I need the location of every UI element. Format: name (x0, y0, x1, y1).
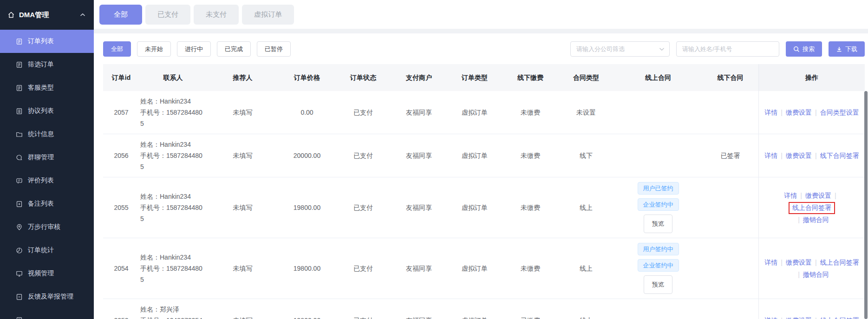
price-cell: 20000.00 (279, 145, 335, 166)
sidebar-item-备注列表[interactable]: 备注列表 (0, 192, 94, 215)
sidebar-item-label: 订单列表 (28, 37, 54, 46)
table-header-row: 订单id联系人推荐人订单价格订单状态支付商户订单类型线下缴费合同类型线上合同线下… (103, 64, 865, 91)
sidebar-item-反馈及举报管理[interactable]: 反馈及举报管理 (0, 285, 94, 308)
sidebar-item-群聊管理[interactable]: 群聊管理 (0, 146, 94, 169)
search-controls: 请输入分公司筛选 搜索 (570, 41, 865, 57)
action-link-合同类型设置[interactable]: 合同类型设置 (820, 109, 859, 116)
download-button[interactable]: 下载 (829, 41, 865, 57)
action-link-撤销合同[interactable]: 撤销合同 (803, 271, 829, 278)
action-link-线上合同签署-highlighted[interactable]: 线上合同签署 (789, 202, 835, 214)
company-filter-placeholder: 请输入分公司筛选 (576, 45, 625, 53)
sidebar-item-partial[interactable] (0, 308, 94, 319)
app-window: DMA管理 订单列表筛选订单客服类型协议列表统计信息群聊管理评价列表备注列表万步… (0, 0, 868, 319)
online-contract-cell: 用户签约中企业签约中预览 (614, 238, 702, 299)
contract-type-cell: 线上 (558, 310, 614, 319)
action-link-缴费设置[interactable]: 缴费设置 (805, 192, 831, 199)
sidebar-item-label: 群聊管理 (28, 153, 54, 162)
sidebar-item-视频管理[interactable]: 视频管理 (0, 262, 94, 285)
sidebar-item-客服类型[interactable]: 客服类型 (0, 76, 94, 99)
action-link-线上合同签署[interactable]: 线上合同签署 (820, 259, 859, 266)
actions-cell: 详情|缴费设置|线上合同签署|撤销合同 (758, 238, 865, 299)
action-link-详情[interactable]: 详情 (764, 152, 777, 159)
action-link-详情[interactable]: 详情 (784, 192, 797, 199)
tab-虚拟订单[interactable]: 虚拟订单 (242, 5, 294, 25)
contact-cell: 姓名：Hankin234手机号：15872844805 (139, 247, 207, 290)
name-phone-input[interactable] (676, 41, 779, 57)
search-button[interactable]: 搜索 (786, 41, 822, 57)
sidebar-item-筛选订单[interactable]: 筛选订单 (0, 53, 94, 76)
online-contract-cell: 用户已签约企业签约中预览 (614, 177, 702, 238)
tab-全部[interactable]: 全部 (99, 5, 142, 25)
company-filter-select[interactable]: 请输入分公司筛选 (570, 41, 670, 57)
contact-line: 手机号：1348072354 (140, 315, 204, 319)
action-link-缴费设置[interactable]: 缴费设置 (786, 152, 812, 159)
chevron-up-icon[interactable] (80, 13, 85, 17)
action-link-线上合同签署[interactable]: 线上合同签署 (820, 317, 859, 319)
search-button-label: 搜索 (803, 45, 815, 53)
filter-button-已暂停[interactable]: 已暂停 (257, 41, 291, 57)
action-separator: | (815, 259, 817, 266)
preview-button[interactable]: 预览 (644, 215, 672, 233)
action-link-缴费设置[interactable]: 缴费设置 (786, 317, 812, 319)
contact-cell: 姓名：Hankin234手机号：15872844805 (139, 134, 207, 177)
filter-button-进行中[interactable]: 进行中 (177, 41, 211, 57)
doc-text-icon (16, 38, 23, 45)
preview-button[interactable]: 预览 (644, 275, 672, 294)
action-link-缴费设置[interactable]: 缴费设置 (786, 259, 812, 266)
contact-line: 手机号：1587284480 (140, 202, 204, 213)
sidebar-item-label: 统计信息 (28, 130, 54, 138)
filter-button-已完成[interactable]: 已完成 (217, 41, 251, 57)
action-link-详情[interactable]: 详情 (764, 109, 777, 116)
section-divider (94, 29, 868, 33)
sidebar-item-label: 评价列表 (28, 176, 54, 185)
action-link-线下合同签署[interactable]: 线下合同签署 (820, 152, 859, 159)
column-header-推荐人: 推荐人 (207, 67, 279, 88)
action-separator: | (815, 317, 817, 319)
contact-line: 姓名：Hankin234 (140, 96, 204, 107)
comment-icon (16, 177, 23, 184)
order-type-cell: 虚拟订单 (447, 102, 503, 123)
sidebar-item-订单列表[interactable]: 订单列表 (0, 30, 94, 53)
status-cell: 已支付 (335, 258, 391, 279)
sidebar-header[interactable]: DMA管理 (0, 0, 94, 30)
order-id-cell: 2055 (103, 197, 139, 218)
action-link-详情[interactable]: 详情 (764, 317, 777, 319)
status-badge-企业签约中: 企业签约中 (638, 198, 679, 211)
sidebar-item-评价列表[interactable]: 评价列表 (0, 169, 94, 192)
order-type-cell: 虚拟订单 (447, 145, 503, 166)
doc-text-icon (16, 317, 23, 319)
table-body: 2057姓名：Hankin234手机号：15872844805未填写0.00已支… (103, 91, 865, 319)
order-type-cell: 虚拟订单 (447, 258, 503, 279)
action-link-撤销合同[interactable]: 撤销合同 (803, 216, 829, 223)
merchant-cell: 友福同享 (391, 102, 447, 123)
referrer-cell: 未填写 (207, 145, 279, 166)
sidebar-item-协议列表[interactable]: 协议列表 (0, 99, 94, 123)
table-row: 2055姓名：Hankin234手机号：15872844805未填写19800.… (103, 177, 865, 238)
sidebar-item-label: 视频管理 (28, 269, 54, 278)
order-id-cell: 2053 (103, 310, 139, 319)
column-header-订单状态: 订单状态 (335, 67, 391, 88)
tab-未支付[interactable]: 未支付 (194, 5, 239, 25)
sidebar-item-统计信息[interactable]: 统计信息 (0, 123, 94, 146)
sidebar-item-订单统计[interactable]: 订单统计 (0, 239, 94, 262)
sidebar-item-万步行审核[interactable]: 万步行审核 (0, 215, 94, 239)
vertical-scrollbar[interactable] (864, 91, 868, 319)
merchant-cell: 友福同享 (391, 258, 447, 279)
tab-已支付[interactable]: 已支付 (145, 5, 190, 25)
online-contract-cell (614, 316, 702, 319)
location-pin-icon (16, 224, 23, 231)
contact-cell: 姓名：Hankin234手机号：15872844805 (139, 91, 207, 134)
action-link-缴费设置[interactable]: 缴费设置 (786, 109, 812, 116)
filter-button-全部[interactable]: 全部 (103, 41, 131, 57)
filter-button-未开始[interactable]: 未开始 (137, 41, 171, 57)
offline-contract-cell (702, 203, 758, 212)
chevron-down-icon (659, 47, 665, 51)
price-cell: 19800.00 (279, 310, 335, 319)
contact-line: 手机号：1587284480 (140, 107, 204, 118)
doc-minus-icon (16, 293, 23, 300)
merchant-cell: 友福同享 (391, 197, 447, 218)
action-link-详情[interactable]: 详情 (764, 259, 777, 266)
offline-pay-cell: 已缴费 (503, 310, 558, 319)
contact-line: 姓名：Hankin234 (140, 252, 204, 263)
contact-line: 5 (140, 274, 204, 285)
